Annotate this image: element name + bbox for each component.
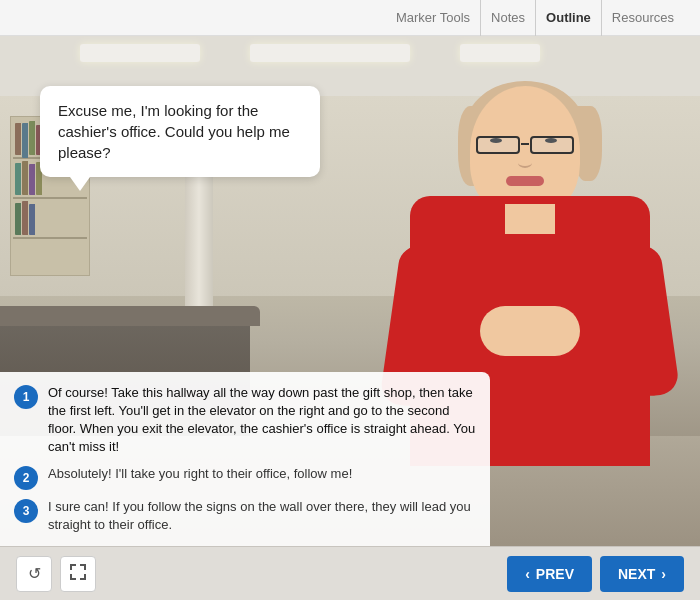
option-number-1: 1 [14,385,38,409]
nav-item-resources[interactable]: Resources [602,0,684,36]
character-hands [480,306,580,356]
option-text-3: I sure can! If you follow the signs on t… [48,498,476,534]
prev-label: PREV [536,566,574,582]
toolbar-left: ↺ [16,556,96,592]
prev-arrow: ‹ [525,566,530,582]
main-scene: Excuse me, I'm looking for the cashier's… [0,36,700,546]
next-label: NEXT [618,566,655,582]
reset-icon: ↺ [28,564,41,583]
next-arrow: › [661,566,666,582]
desk-top [0,306,260,326]
speech-bubble: Excuse me, I'm looking for the cashier's… [40,86,320,177]
speech-bubble-text: Excuse me, I'm looking for the cashier's… [58,102,290,161]
expand-button[interactable] [60,556,96,592]
nav-item-notes[interactable]: Notes [481,0,536,36]
glasses-bridge [521,143,529,145]
glasses-frame-right [530,136,574,154]
ceiling-light-1 [80,44,200,62]
glasses-frame-left [476,136,520,154]
shelf-row [13,197,87,199]
next-button[interactable]: NEXT › [600,556,684,592]
shelf-row [13,237,87,239]
ceiling-light-2 [250,44,410,62]
prev-button[interactable]: ‹ PREV [507,556,592,592]
reset-button[interactable]: ↺ [16,556,52,592]
toolbar-right: ‹ PREV NEXT › [507,556,684,592]
character-glasses [472,134,578,156]
option-number-3: 3 [14,499,38,523]
option-number-2: 2 [14,466,38,490]
ceiling-light-3 [460,44,540,62]
option-item-1[interactable]: 1Of course! Take this hallway all the wa… [14,384,476,457]
option-text-1: Of course! Take this hallway all the way… [48,384,476,457]
option-item-2[interactable]: 2Absolutely! I'll take you right to thei… [14,465,476,490]
character-neck [505,204,555,234]
expand-icon [70,564,86,584]
nav-item-outline[interactable]: Outline [536,0,602,36]
nav-item-marker-tools[interactable]: Marker Tools [386,0,481,36]
bottom-toolbar: ↺ ‹ PREV NEXT › [0,546,700,600]
option-text-2: Absolutely! I'll take you right to their… [48,465,352,483]
option-item-3[interactable]: 3I sure can! If you follow the signs on … [14,498,476,534]
top-navigation: Marker ToolsNotesOutlineResources [0,0,700,36]
options-panel: 1Of course! Take this hallway all the wa… [0,372,490,546]
